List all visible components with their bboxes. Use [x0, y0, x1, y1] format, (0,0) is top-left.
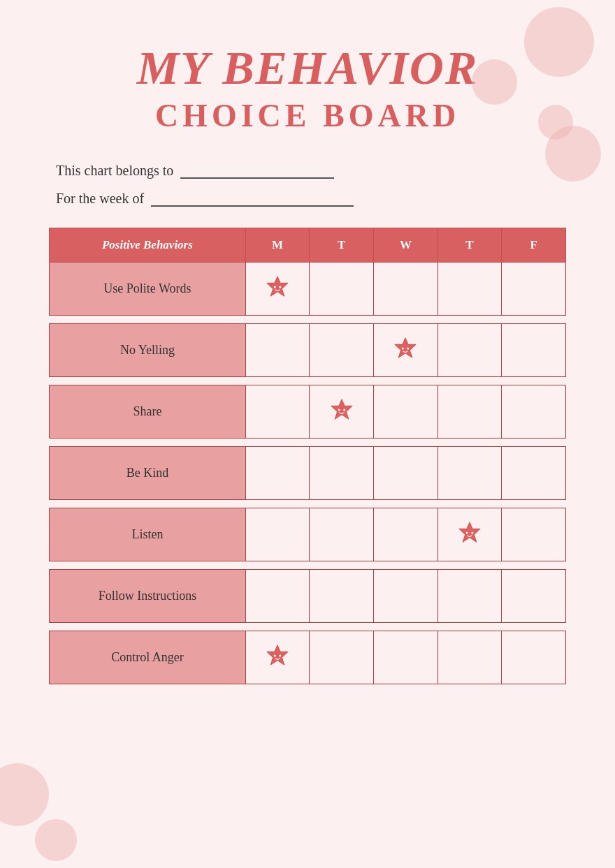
table-header-row: Positive Behaviors M T W T F — [50, 228, 566, 262]
svg-marker-0 — [267, 277, 288, 297]
table-row: Use Polite Words — [50, 262, 566, 315]
spacer-row — [50, 376, 566, 385]
table-row: Share — [50, 385, 566, 438]
day-cell-4-1[interactable] — [310, 508, 374, 561]
decorative-circle-1 — [524, 7, 594, 77]
day-cell-6-1[interactable] — [310, 631, 374, 684]
svg-point-14 — [279, 655, 281, 657]
day-cell-1-3[interactable] — [437, 323, 502, 376]
day-cell-2-4[interactable] — [502, 385, 566, 438]
table-row: Follow Instructions — [50, 569, 566, 622]
star-icon — [328, 397, 355, 423]
day-cell-3-0[interactable] — [245, 446, 310, 499]
svg-point-10 — [466, 532, 468, 534]
table-row: No Yelling — [50, 323, 566, 376]
day-cell-2-2[interactable] — [374, 385, 438, 438]
spacer-row — [50, 438, 566, 446]
decorative-circle-5 — [0, 763, 49, 826]
day-cell-5-3[interactable] — [437, 569, 502, 622]
day-cell-1-4[interactable] — [502, 323, 566, 376]
behavior-cell-0: Use Polite Words — [50, 262, 246, 315]
table-row: Listen — [50, 508, 566, 561]
decorative-circle-4 — [545, 126, 601, 182]
day-cell-6-3[interactable] — [437, 631, 502, 684]
svg-point-8 — [343, 409, 345, 411]
star-icon — [392, 335, 419, 362]
day-cell-2-3[interactable] — [437, 385, 502, 438]
page: MY BEHAVIOR CHOICE BOARD This chart belo… — [0, 0, 615, 868]
day-cell-3-4[interactable] — [502, 446, 566, 499]
day-cell-5-0[interactable] — [245, 569, 310, 622]
day-cell-6-2[interactable] — [374, 631, 438, 684]
spacer-row — [50, 622, 566, 631]
behavior-col-header: Positive Behaviors — [50, 228, 246, 262]
day-cell-3-1[interactable] — [310, 446, 374, 499]
behavior-cell-6: Control Anger — [50, 631, 246, 684]
day-cell-0-1[interactable] — [310, 262, 374, 315]
belongs-underline — [180, 162, 334, 179]
day-header-M: M — [245, 228, 310, 262]
svg-point-2 — [279, 286, 281, 288]
day-cell-5-4[interactable] — [502, 569, 566, 622]
behavior-table: Positive Behaviors M T W T F Use Polite … — [49, 228, 566, 684]
behavior-cell-2: Share — [50, 385, 246, 438]
table-row: Be Kind — [50, 446, 566, 499]
table-row: Control Anger — [50, 631, 566, 684]
week-underline — [151, 190, 354, 207]
behavior-cell-5: Follow Instructions — [50, 569, 246, 622]
svg-point-1 — [274, 286, 276, 288]
svg-point-13 — [274, 655, 276, 657]
day-header-F: F — [502, 228, 566, 262]
day-cell-6-0[interactable] — [245, 631, 310, 684]
day-cell-5-2[interactable] — [374, 569, 438, 622]
week-line: For the week of — [56, 190, 566, 207]
svg-marker-12 — [267, 645, 288, 665]
behavior-cell-3: Be Kind — [50, 446, 246, 499]
day-cell-4-0[interactable] — [245, 508, 310, 561]
svg-marker-3 — [395, 338, 416, 358]
week-label: For the week of — [56, 191, 144, 207]
decorative-circle-2 — [472, 59, 517, 105]
day-cell-4-3[interactable] — [437, 508, 502, 561]
star-icon — [456, 520, 483, 546]
day-cell-2-1[interactable] — [310, 385, 374, 438]
day-cell-0-3[interactable] — [437, 262, 502, 315]
decorative-circle-6 — [35, 819, 77, 861]
day-header-W: W — [374, 228, 438, 262]
spacer-row — [50, 499, 566, 508]
belongs-label: This chart belongs to — [56, 163, 173, 179]
day-cell-4-2[interactable] — [374, 508, 438, 561]
star-icon — [264, 274, 291, 300]
day-cell-0-4[interactable] — [502, 262, 566, 315]
info-section: This chart belongs to For the week of — [49, 162, 566, 207]
svg-point-5 — [407, 348, 410, 350]
day-cell-4-4[interactable] — [502, 508, 566, 561]
svg-point-7 — [338, 409, 340, 411]
svg-marker-9 — [459, 522, 480, 543]
day-cell-2-0[interactable] — [245, 385, 310, 438]
spacer-row — [50, 315, 566, 323]
day-header-T2: T — [437, 228, 502, 262]
behavior-cell-4: Listen — [50, 508, 246, 561]
behavior-cell-1: No Yelling — [50, 323, 246, 376]
spacer-row — [50, 561, 566, 569]
svg-marker-6 — [331, 399, 352, 420]
day-cell-0-2[interactable] — [374, 262, 438, 315]
belongs-line: This chart belongs to — [56, 162, 566, 179]
day-cell-3-3[interactable] — [437, 446, 502, 499]
svg-point-4 — [402, 348, 404, 350]
day-cell-3-2[interactable] — [374, 446, 438, 499]
day-cell-0-0[interactable] — [245, 262, 310, 315]
day-cell-1-0[interactable] — [245, 323, 310, 376]
day-cell-5-1[interactable] — [310, 569, 374, 622]
day-cell-1-1[interactable] — [310, 323, 374, 376]
day-cell-1-2[interactable] — [374, 323, 438, 376]
star-icon — [264, 642, 291, 669]
day-header-T1: T — [310, 228, 374, 262]
svg-point-11 — [471, 532, 473, 534]
day-cell-6-4[interactable] — [502, 631, 566, 684]
